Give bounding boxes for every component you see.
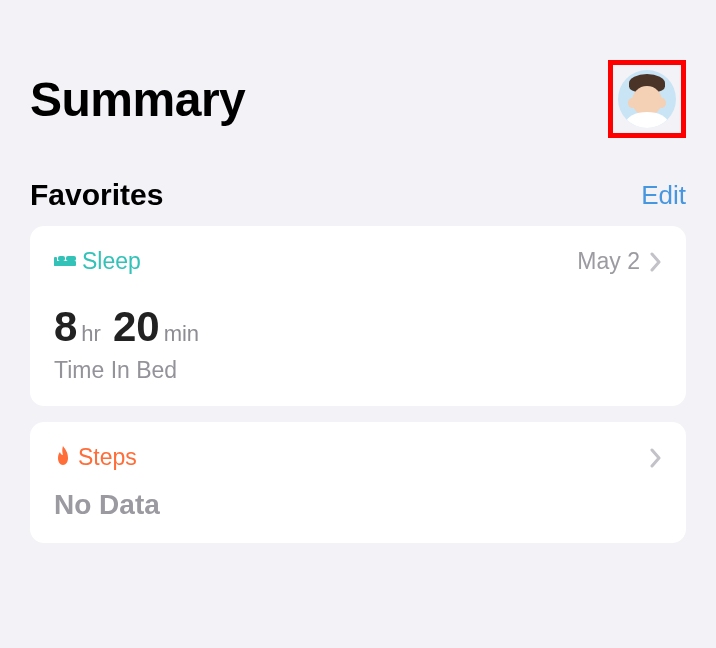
steps-category-label: Steps bbox=[78, 444, 137, 471]
profile-avatar[interactable] bbox=[618, 70, 676, 128]
sleep-hours-value: 8 bbox=[54, 303, 77, 351]
sleep-minutes-value: 20 bbox=[113, 303, 160, 351]
steps-value: No Data bbox=[54, 489, 662, 521]
sleep-date: May 2 bbox=[577, 248, 640, 275]
sleep-subtitle: Time In Bed bbox=[54, 357, 662, 384]
page-title: Summary bbox=[30, 72, 245, 127]
svg-rect-3 bbox=[66, 256, 76, 261]
favorites-section-title: Favorites bbox=[30, 178, 163, 212]
sleep-metric: 8 hr 20 min bbox=[54, 303, 662, 351]
edit-button[interactable]: Edit bbox=[641, 180, 686, 211]
flame-icon bbox=[54, 445, 72, 471]
avatar-highlight-box bbox=[608, 60, 686, 138]
sleep-card[interactable]: Sleep May 2 8 hr 20 min Time In Bed bbox=[30, 226, 686, 406]
sleep-minutes-unit: min bbox=[164, 321, 199, 347]
sleep-hours-unit: hr bbox=[81, 321, 101, 347]
svg-rect-1 bbox=[54, 257, 57, 266]
chevron-right-icon bbox=[650, 252, 662, 272]
svg-rect-2 bbox=[58, 256, 65, 261]
sleep-category-label: Sleep bbox=[82, 248, 141, 275]
steps-card[interactable]: Steps No Data bbox=[30, 422, 686, 543]
chevron-right-icon bbox=[650, 448, 662, 468]
bed-icon bbox=[54, 252, 76, 272]
svg-rect-0 bbox=[54, 261, 76, 266]
